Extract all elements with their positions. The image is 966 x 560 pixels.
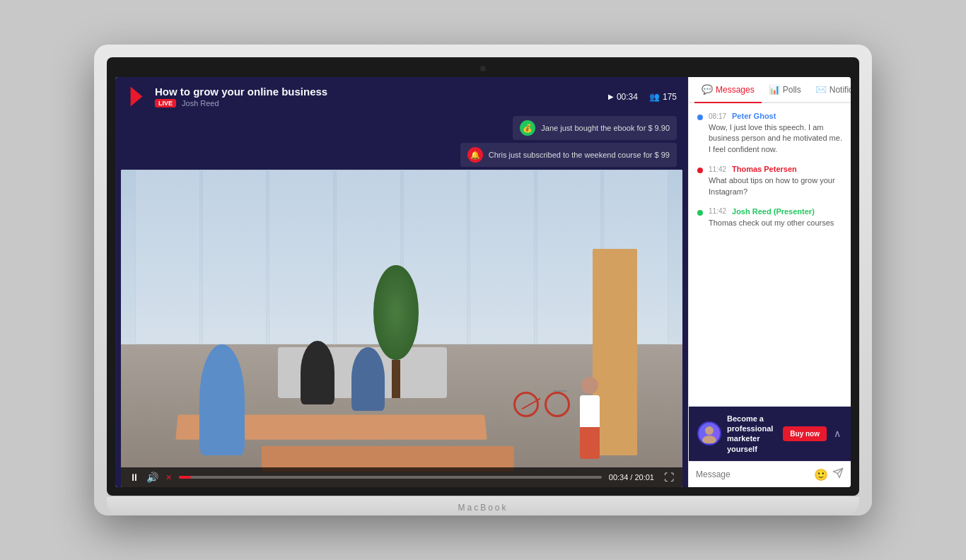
tab-messages-label: Messages <box>716 85 755 95</box>
tab-polls[interactable]: 📊 Polls <box>762 77 808 103</box>
message-input-area: 🙂 <box>689 461 851 487</box>
play-time-meta: ▶ 00:34 <box>608 92 638 102</box>
laptop-brand-label: MacBook <box>458 503 508 513</box>
viewers-meta: 👥 175 <box>649 92 677 102</box>
person-2 <box>351 347 385 411</box>
bell-icon: 🔔 <box>467 147 483 163</box>
pause-button[interactable]: ⏸ <box>129 472 139 483</box>
promo-close-button[interactable]: ∧ <box>832 428 842 439</box>
play-icon: ▶ <box>608 93 614 100</box>
svg-point-0 <box>705 426 714 435</box>
message-author-2: Thomas Petersen <box>732 165 797 173</box>
video-placeholder <box>121 170 682 487</box>
message-author-3: Josh Reed (Presenter) <box>732 207 815 216</box>
message-dot-1 <box>697 115 703 120</box>
message-time-3: 11:42 <box>709 207 726 215</box>
promo-banner: Become a professional marketer yourself … <box>689 407 851 461</box>
video-player[interactable]: ⏸ 🔊 ✕ 00:34 / 20:01 ⛶ <box>121 170 682 487</box>
progress-fill <box>179 476 191 479</box>
notification-purchase: 💰 Jane just bought the ebook for $ 9.90 <box>513 116 677 140</box>
presenter-name: Josh Reed <box>182 99 219 107</box>
message-input[interactable] <box>696 469 810 479</box>
live-row: LIVE Josh Reed <box>155 99 600 107</box>
message-dot-3 <box>697 210 703 216</box>
fullscreen-button[interactable]: ⛶ <box>664 472 674 483</box>
tab-polls-label: Polls <box>783 85 801 95</box>
buy-now-button[interactable]: Buy now <box>783 426 827 441</box>
message-text-3: Thomas check out my other courses <box>709 218 842 228</box>
live-badge: LIVE <box>155 99 176 107</box>
purchase-icon: 💰 <box>520 120 535 136</box>
laptop-bottom: MacBook <box>107 496 859 515</box>
video-controls: ⏸ 🔊 ✕ 00:34 / 20:01 ⛶ <box>121 467 682 487</box>
notifications-area: 💰 Jane just bought the ebook for $ 9.90 … <box>115 116 688 170</box>
message-dot-2 <box>697 168 703 173</box>
message-item-1: 08:17 Peter Ghost Wow, I just love this … <box>697 112 842 155</box>
message-content-2: 11:42 Thomas Petersen What about tips on… <box>709 165 842 197</box>
message-text-2: What about tips on how to grow your Inst… <box>709 175 842 197</box>
plant-leaves <box>373 265 419 361</box>
notifications-tab-icon: ✉️ <box>815 84 827 95</box>
message-header-2: 11:42 Thomas Petersen <box>709 165 842 173</box>
bicycle <box>513 382 570 417</box>
tab-notifications[interactable]: ✉️ Notifications <box>808 77 851 103</box>
panel-tabs: 💬 Messages 📊 Polls ✉️ Notifications <box>689 77 851 103</box>
messages-tab-icon: 💬 <box>702 84 713 95</box>
message-content-3: 11:42 Josh Reed (Presenter) Thomas check… <box>709 207 842 228</box>
notification-purchase-text: Jane just bought the ebook for $ 9.90 <box>541 124 670 132</box>
message-time-2: 11:42 <box>709 165 726 173</box>
video-title-area: How to grow your online business LIVE Jo… <box>155 86 600 107</box>
messages-list: 08:17 Peter Ghost Wow, I just love this … <box>689 103 851 407</box>
plant-stem <box>392 360 401 398</box>
tab-messages[interactable]: 💬 Messages <box>694 77 762 103</box>
mute-button[interactable]: 🔊 <box>146 472 158 483</box>
message-header-1: 08:17 Peter Ghost <box>709 112 842 120</box>
tab-notifications-label: Notifications <box>830 85 851 95</box>
screen-bezel: How to grow your online business LIVE Jo… <box>107 57 859 496</box>
message-content-1: 08:17 Peter Ghost Wow, I just love this … <box>709 112 842 155</box>
progress-bar[interactable] <box>179 476 602 479</box>
message-item-2: 11:42 Thomas Petersen What about tips on… <box>697 165 842 197</box>
promo-avatar <box>697 421 721 445</box>
video-meta: ▶ 00:34 👥 175 <box>608 92 677 102</box>
volume-x-button[interactable]: ✕ <box>165 473 172 482</box>
send-icon[interactable] <box>832 467 844 482</box>
message-item-3: 11:42 Josh Reed (Presenter) Thomas check… <box>697 207 842 228</box>
viewers-count: 175 <box>663 92 677 102</box>
screen: How to grow your online business LIVE Jo… <box>115 77 851 487</box>
person-3 <box>199 344 245 455</box>
message-header-3: 11:42 Josh Reed (Presenter) <box>709 207 842 216</box>
promo-text: Become a professional marketer yourself <box>727 414 777 454</box>
time-display: 00:34 / 20:01 <box>609 473 654 482</box>
polls-tab-icon: 📊 <box>769 84 780 95</box>
person-1 <box>301 341 334 404</box>
video-section: How to grow your online business LIVE Jo… <box>115 77 688 487</box>
message-author-1: Peter Ghost <box>732 112 776 120</box>
svg-point-1 <box>702 436 716 443</box>
message-time-1: 08:17 <box>709 112 726 120</box>
video-header: How to grow your online business LIVE Jo… <box>115 77 688 116</box>
laptop-frame: How to grow your online business LIVE Jo… <box>94 45 872 515</box>
message-text-1: Wow, I just love this speech. I am busin… <box>709 122 842 155</box>
person-4 <box>576 377 604 462</box>
viewers-icon: 👥 <box>649 92 660 102</box>
current-time-display: 00:34 <box>617 92 638 102</box>
office-scene <box>121 170 682 487</box>
app-container: How to grow your online business LIVE Jo… <box>115 77 851 487</box>
video-title: How to grow your online business <box>155 86 600 98</box>
emoji-icon[interactable]: 🙂 <box>814 468 828 482</box>
brand-logo-icon <box>127 87 146 107</box>
notification-subscribe: 🔔 Chris just subscribed to the weekend c… <box>460 143 677 167</box>
notification-subscribe-text: Chris just subscribed to the weekend cou… <box>489 151 670 159</box>
right-panel: 💬 Messages 📊 Polls ✉️ Notifications <box>688 77 851 487</box>
